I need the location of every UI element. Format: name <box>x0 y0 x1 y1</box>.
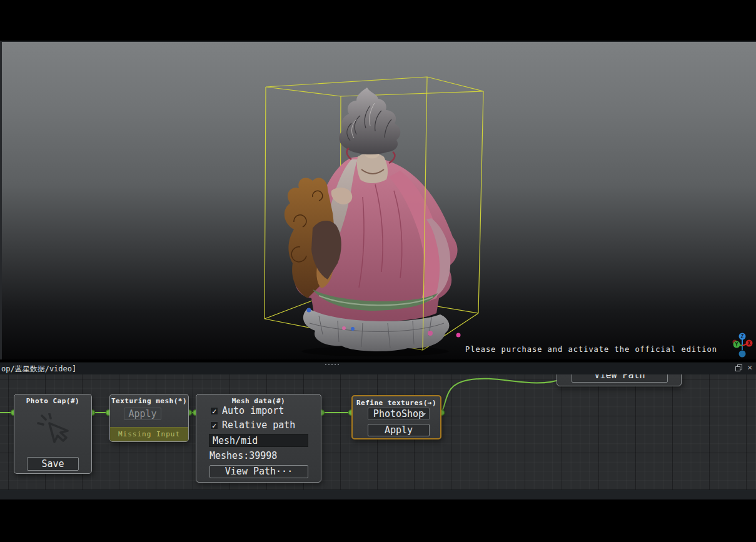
node-refine-textures[interactable]: Refine textures(→) PhotoShop Apply <box>351 395 441 439</box>
node-mesh-data[interactable]: Mesh data(#) ✓ Auto import ✓ Relative pa… <box>196 394 321 483</box>
svg-text:Y: Y <box>735 342 738 348</box>
checkmark-icon[interactable]: ✓ <box>210 407 218 415</box>
editor-dropdown[interactable]: PhotoShop <box>368 408 430 420</box>
axis-gizmo[interactable]: Z Y X <box>731 329 755 359</box>
mesh-path-input[interactable] <box>209 434 308 447</box>
node-photo-cap[interactable]: Photo Cap(#) Save <box>14 394 92 474</box>
cursor-click-icon <box>37 413 72 448</box>
dropdown-value: PhotoShop <box>373 408 424 419</box>
pane-path-title: op/蓝星数据/video] <box>1 363 76 374</box>
node-editor-scroll-track[interactable] <box>0 489 756 499</box>
node-title: Texturing mesh(*) <box>110 394 188 405</box>
missing-input-status: Missing Input <box>110 427 188 441</box>
view-path-button[interactable]: View Path <box>572 374 668 383</box>
svg-text:Z: Z <box>741 334 744 339</box>
node-title: Refine textures(→) <box>353 396 440 407</box>
checkmark-icon[interactable]: ✓ <box>210 421 218 429</box>
chevron-down-icon <box>421 413 426 416</box>
node-title: Photo Cap(#) <box>14 394 91 405</box>
splitter-grip[interactable] <box>325 364 339 365</box>
node-texturing-mesh[interactable]: Texturing mesh(*) Apply Missing Input <box>109 394 189 442</box>
license-watermark-text: Please purchase and activate the officia… <box>465 345 717 354</box>
float-window-icon[interactable] <box>735 364 742 371</box>
pane-tab-bar: op/蓝星数据/video] × <box>0 363 756 374</box>
apply-button[interactable]: Apply <box>368 424 430 436</box>
close-icon[interactable]: × <box>747 364 752 371</box>
statue-3d-scene <box>0 41 756 358</box>
checkbox-auto-import[interactable]: ✓ Auto import <box>210 406 284 415</box>
apply-button-disabled[interactable]: Apply <box>124 408 161 420</box>
checkbox-label: Auto import <box>222 406 284 415</box>
view-path-button[interactable]: View Path··· <box>209 465 308 478</box>
checkbox-relative-path[interactable]: ✓ Relative path <box>210 421 295 429</box>
node-title: Mesh data(#) <box>196 394 321 405</box>
statue-model <box>285 88 461 356</box>
viewport-3d[interactable]: Please purchase and activate the officia… <box>0 41 756 359</box>
mesh-count-label: Meshes:39998 <box>209 450 277 461</box>
svg-text:X: X <box>748 341 751 346</box>
axis-neg-z-ball <box>739 351 746 358</box>
node-editor-canvas[interactable]: Photo Cap(#) Save Texturing mesh(*) Appl… <box>0 374 756 489</box>
node-partial-top[interactable]: View Path <box>557 374 682 386</box>
save-button[interactable]: Save <box>27 457 79 471</box>
checkbox-label: Relative path <box>222 421 295 429</box>
